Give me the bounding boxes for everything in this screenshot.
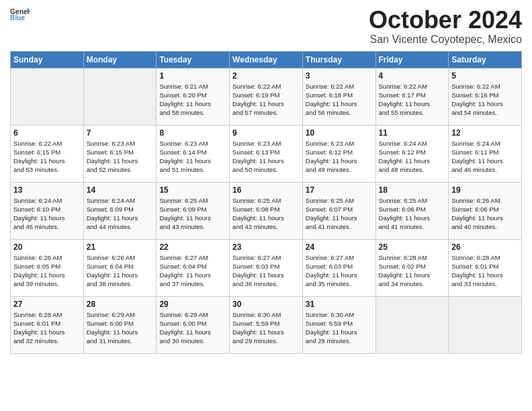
day-number: 24 [306,242,373,252]
calendar-cell: 4Sunrise: 6:22 AM Sunset: 6:17 PM Daylig… [375,68,449,125]
calendar-cell: 31Sunrise: 6:30 AM Sunset: 5:59 PM Dayli… [302,296,375,353]
day-info: Sunrise: 6:24 AM Sunset: 6:10 PM Dayligh… [13,196,81,232]
day-number: 28 [87,300,154,309]
day-number: 29 [159,300,226,309]
day-info: Sunrise: 6:27 AM Sunset: 6:03 PM Dayligh… [232,253,300,289]
day-info: Sunrise: 6:27 AM Sunset: 6:04 PM Dayligh… [159,253,226,289]
day-number: 11 [379,128,446,138]
day-info: Sunrise: 6:27 AM Sunset: 6:03 PM Dayligh… [306,253,373,289]
day-number: 12 [451,128,519,138]
day-number: 1 [159,71,226,81]
day-info: Sunrise: 6:28 AM Sunset: 6:02 PM Dayligh… [379,253,446,289]
day-info: Sunrise: 6:26 AM Sunset: 6:05 PM Dayligh… [13,253,81,289]
day-info: Sunrise: 6:22 AM Sunset: 6:17 PM Dayligh… [379,82,446,118]
calendar-cell: 21Sunrise: 6:26 AM Sunset: 6:04 PM Dayli… [83,239,157,296]
calendar-cell [449,296,522,353]
calendar-table: SundayMondayTuesdayWednesdayThursdayFrid… [10,51,522,354]
calendar-cell: 24Sunrise: 6:27 AM Sunset: 6:03 PM Dayli… [302,239,375,296]
day-info: Sunrise: 6:24 AM Sunset: 6:12 PM Dayligh… [379,139,446,175]
day-info: Sunrise: 6:24 AM Sunset: 6:11 PM Dayligh… [451,139,519,175]
weekday-header-thursday: Thursday [302,51,375,68]
general-blue-logo-icon: General Blue [10,7,30,21]
calendar-cell: 16Sunrise: 6:25 AM Sunset: 6:08 PM Dayli… [230,182,303,239]
day-number: 17 [306,185,373,195]
day-number: 31 [306,300,373,309]
weekday-header-monday: Monday [83,51,157,68]
day-info: Sunrise: 6:23 AM Sunset: 6:14 PM Dayligh… [159,139,226,175]
calendar-cell: 30Sunrise: 6:30 AM Sunset: 5:59 PM Dayli… [230,296,303,353]
weekday-header-wednesday: Wednesday [230,51,303,68]
day-info: Sunrise: 6:22 AM Sunset: 6:19 PM Dayligh… [232,82,300,118]
day-number: 4 [379,71,446,81]
calendar-week-4: 20Sunrise: 6:26 AM Sunset: 6:05 PM Dayli… [11,239,522,296]
day-info: Sunrise: 6:23 AM Sunset: 6:15 PM Dayligh… [87,139,154,175]
header-area: General Blue October 2024 San Vicente Co… [10,7,522,46]
day-info: Sunrise: 6:28 AM Sunset: 6:01 PM Dayligh… [451,253,519,289]
day-info: Sunrise: 6:21 AM Sunset: 6:20 PM Dayligh… [159,82,226,118]
day-number: 2 [232,71,300,81]
day-info: Sunrise: 6:30 AM Sunset: 5:59 PM Dayligh… [232,310,300,346]
svg-text:Blue: Blue [10,14,25,21]
day-number: 22 [159,242,226,252]
month-title: October 2024 [369,7,522,34]
day-number: 14 [87,185,154,195]
day-number: 3 [306,71,373,81]
calendar-cell: 12Sunrise: 6:24 AM Sunset: 6:11 PM Dayli… [449,125,522,182]
weekday-header-row: SundayMondayTuesdayWednesdayThursdayFrid… [11,51,522,68]
calendar-cell: 2Sunrise: 6:22 AM Sunset: 6:19 PM Daylig… [230,68,303,125]
day-info: Sunrise: 6:22 AM Sunset: 6:16 PM Dayligh… [451,82,519,118]
day-number: 21 [87,242,154,252]
day-info: Sunrise: 6:23 AM Sunset: 6:12 PM Dayligh… [306,139,373,175]
day-info: Sunrise: 6:25 AM Sunset: 6:07 PM Dayligh… [306,196,373,232]
calendar-cell: 7Sunrise: 6:23 AM Sunset: 6:15 PM Daylig… [83,125,157,182]
title-area: October 2024 San Vicente Coyotepec, Mexi… [369,7,522,46]
logo: General Blue [10,7,30,21]
day-number: 23 [232,242,300,252]
day-number: 10 [306,128,373,138]
calendar-cell: 27Sunrise: 6:28 AM Sunset: 6:01 PM Dayli… [11,296,84,353]
calendar-cell: 29Sunrise: 6:29 AM Sunset: 6:00 PM Dayli… [157,296,230,353]
day-number: 16 [232,185,300,195]
day-info: Sunrise: 6:25 AM Sunset: 6:09 PM Dayligh… [159,196,226,232]
calendar-cell: 26Sunrise: 6:28 AM Sunset: 6:01 PM Dayli… [449,239,522,296]
calendar-cell [375,296,449,353]
calendar-cell: 14Sunrise: 6:24 AM Sunset: 6:09 PM Dayli… [83,182,157,239]
location-title: San Vicente Coyotepec, Mexico [369,34,522,46]
weekday-header-sunday: Sunday [11,51,84,68]
day-number: 13 [13,185,81,195]
day-info: Sunrise: 6:24 AM Sunset: 6:09 PM Dayligh… [87,196,154,232]
calendar-cell: 5Sunrise: 6:22 AM Sunset: 6:16 PM Daylig… [449,68,522,125]
calendar-cell: 28Sunrise: 6:29 AM Sunset: 6:00 PM Dayli… [83,296,157,353]
calendar-week-3: 13Sunrise: 6:24 AM Sunset: 6:10 PM Dayli… [11,182,522,239]
day-info: Sunrise: 6:29 AM Sunset: 6:00 PM Dayligh… [87,310,154,346]
day-number: 19 [451,185,519,195]
day-number: 6 [13,128,81,138]
calendar-cell: 3Sunrise: 6:22 AM Sunset: 6:18 PM Daylig… [302,68,375,125]
day-info: Sunrise: 6:25 AM Sunset: 6:06 PM Dayligh… [379,196,446,232]
calendar-cell: 8Sunrise: 6:23 AM Sunset: 6:14 PM Daylig… [157,125,230,182]
day-number: 30 [232,300,300,309]
calendar-cell: 19Sunrise: 6:26 AM Sunset: 6:06 PM Dayli… [449,182,522,239]
day-number: 9 [232,128,300,138]
calendar-cell [83,68,157,125]
calendar-cell: 13Sunrise: 6:24 AM Sunset: 6:10 PM Dayli… [11,182,84,239]
day-info: Sunrise: 6:29 AM Sunset: 6:00 PM Dayligh… [159,310,226,346]
calendar-week-2: 6Sunrise: 6:22 AM Sunset: 6:15 PM Daylig… [11,125,522,182]
day-info: Sunrise: 6:28 AM Sunset: 6:01 PM Dayligh… [13,310,81,346]
day-number: 18 [379,185,446,195]
calendar-cell: 20Sunrise: 6:26 AM Sunset: 6:05 PM Dayli… [11,239,84,296]
calendar-week-1: 1Sunrise: 6:21 AM Sunset: 6:20 PM Daylig… [11,68,522,125]
calendar-cell: 23Sunrise: 6:27 AM Sunset: 6:03 PM Dayli… [230,239,303,296]
day-info: Sunrise: 6:22 AM Sunset: 6:18 PM Dayligh… [306,82,373,118]
calendar-cell: 11Sunrise: 6:24 AM Sunset: 6:12 PM Dayli… [375,125,449,182]
day-info: Sunrise: 6:26 AM Sunset: 6:04 PM Dayligh… [87,253,154,289]
day-info: Sunrise: 6:26 AM Sunset: 6:06 PM Dayligh… [451,196,519,232]
day-info: Sunrise: 6:25 AM Sunset: 6:08 PM Dayligh… [232,196,300,232]
weekday-header-friday: Friday [375,51,449,68]
calendar-cell: 25Sunrise: 6:28 AM Sunset: 6:02 PM Dayli… [375,239,449,296]
day-number: 20 [13,242,81,252]
calendar-cell: 9Sunrise: 6:23 AM Sunset: 6:13 PM Daylig… [230,125,303,182]
day-number: 26 [451,242,519,252]
calendar-week-5: 27Sunrise: 6:28 AM Sunset: 6:01 PM Dayli… [11,296,522,353]
day-info: Sunrise: 6:23 AM Sunset: 6:13 PM Dayligh… [232,139,300,175]
